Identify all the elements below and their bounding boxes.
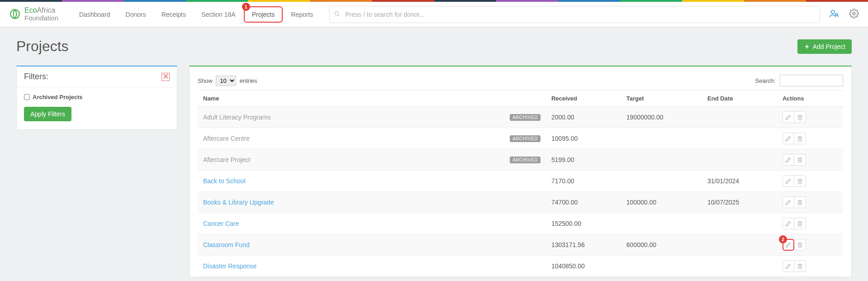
cell-target: 100000.00 [621,192,702,213]
edit-button[interactable]: 2 [783,239,794,251]
table-row: Disaster Response1040850.00 [198,256,843,277]
cell-end_date [702,107,777,128]
projects-panel: Show 10 entries Search: NameReceivedTarg… [189,66,852,277]
user-switch-icon[interactable] [829,9,839,20]
project-name: Aftercare Project [203,156,250,163]
archived-projects-label: Archived Projects [33,94,83,100]
table-row: Classroom Fund1303171.56600000.002 [198,234,843,256]
table-row: Back to School7170.0031/01/2024 [198,171,843,192]
cell-end_date [702,234,777,256]
page-size-select[interactable]: 10 [216,76,236,86]
cell-target: 19000000.00 [621,107,702,128]
cell-received: 2000.00 [546,107,621,128]
archived-projects-checkbox-row[interactable]: Archived Projects [24,94,170,100]
archived-projects-checkbox[interactable] [24,94,30,100]
table-row: Aftercare ProjectARCHIVED5199.00 [198,149,843,171]
cell-received: 10095.00 [546,128,621,149]
cell-received: 152500.00 [546,213,621,234]
logo-icon [9,8,21,20]
filters-title: Filters: [24,72,48,81]
cell-received: 1303171.56 [546,234,621,256]
settings-icon[interactable] [849,9,859,20]
table-row: Aftercare CentreARCHIVED10095.00 [198,128,843,149]
nav-section-18a[interactable]: Section 18A [194,7,243,22]
table-row: Cancer Care152500.00 [198,213,843,234]
cell-end_date [702,256,777,277]
add-project-button[interactable]: Add Project [797,39,852,54]
filters-panel: Filters: ✕ Archived Projects Apply Filte… [16,66,177,130]
logo[interactable]: EcoAfrica Foundation [9,7,58,22]
delete-button[interactable] [794,133,806,144]
edit-button[interactable] [783,218,794,229]
apply-filters-button[interactable]: Apply Filters [24,107,71,121]
edit-button[interactable] [783,175,794,187]
cell-received: 7170.00 [546,171,621,192]
search-icon [334,10,340,18]
logo-text: EcoAfrica Foundation [24,7,58,22]
delete-button[interactable] [794,175,806,187]
cell-end_date: 10/07/2025 [702,192,777,213]
nav-donors[interactable]: Donors [119,7,153,22]
column-end-date[interactable]: End Date [702,90,777,107]
entries-selector: Show 10 entries [198,76,257,86]
show-label: Show [198,77,213,84]
cell-target [621,213,702,234]
logo-line1b: Africa [37,6,56,14]
cell-end_date [702,128,777,149]
nav-projects[interactable]: Projects1 [244,6,283,23]
project-name[interactable]: Classroom Fund [203,241,250,248]
cell-target: 600000.00 [621,234,702,256]
table-header-row: NameReceivedTargetEnd DateActions [198,90,843,107]
edit-button[interactable] [783,154,794,166]
svg-line-2 [338,15,340,16]
archived-badge: ARCHIVED [510,114,541,121]
edit-badge: 2 [779,235,787,243]
cell-target [621,128,702,149]
nav-receipts[interactable]: Receipts [154,7,193,22]
delete-button[interactable] [794,154,806,166]
archived-badge: ARCHIVED [510,135,541,142]
edit-button[interactable] [783,196,794,208]
edit-button[interactable] [783,111,794,123]
column-target[interactable]: Target [621,90,702,107]
delete-button[interactable] [794,111,806,123]
table-row: Adult Literacy ProgramsARCHIVED2000.0019… [198,107,843,128]
project-name[interactable]: Back to School [203,177,245,185]
projects-table: NameReceivedTargetEnd DateActions Adult … [198,90,843,277]
svg-point-5 [853,12,855,15]
filters-close-icon[interactable]: ✕ [161,73,170,81]
cell-end_date: 31/01/2024 [702,171,777,192]
logo-line2: Foundation [24,14,58,22]
cell-end_date [702,149,777,171]
edit-button[interactable] [783,133,794,144]
project-name[interactable]: Disaster Response [203,262,256,270]
archived-badge: ARCHIVED [510,157,541,163]
project-name: Adult Literacy Programs [203,114,270,121]
column-actions[interactable]: Actions [777,90,843,107]
table-search-label: Search: [755,77,776,84]
table-search: Search: [755,75,843,86]
delete-button[interactable] [794,218,806,229]
apply-filters-label: Apply Filters [30,110,65,118]
nav-dashboard[interactable]: Dashboard [72,7,118,22]
column-name[interactable]: Name [198,90,546,107]
cell-target [621,256,702,277]
table-search-input[interactable] [780,75,843,86]
cell-received: 74700.00 [546,192,621,213]
project-name[interactable]: Books & Library Upgrade [203,199,274,206]
column-received[interactable]: Received [546,90,621,107]
edit-button[interactable] [783,260,794,272]
project-name[interactable]: Cancer Care [203,220,239,227]
cell-target [621,149,702,171]
delete-button[interactable] [794,260,806,272]
add-project-label: Add Project [813,43,845,50]
cell-received: 5199.00 [546,149,621,171]
search-input[interactable] [329,6,820,23]
delete-button[interactable] [794,239,806,251]
nav-reports[interactable]: Reports [284,7,320,22]
svg-point-3 [831,10,835,14]
cell-received: 1040850.00 [546,256,621,277]
main-nav: DashboardDonorsReceiptsSection 18AProjec… [72,6,320,23]
cell-target [621,171,702,192]
delete-button[interactable] [794,196,806,208]
